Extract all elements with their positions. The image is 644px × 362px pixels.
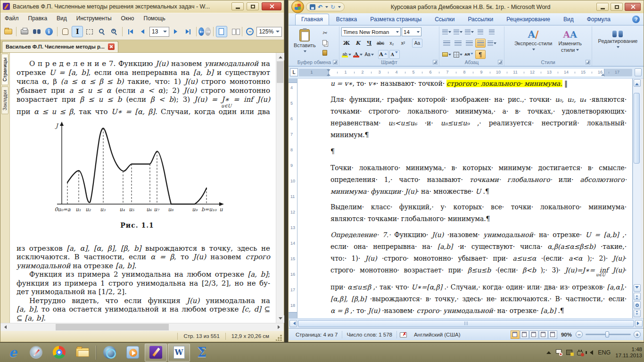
word-scroll-up-icon[interactable] xyxy=(634,79,641,87)
office-button[interactable] xyxy=(291,0,304,13)
ribbon-tab-формула[interactable]: Формула xyxy=(581,14,617,25)
paragraph-dialog-launcher[interactable] xyxy=(498,60,503,65)
file-explorer-taskbar-button[interactable] xyxy=(71,344,93,362)
print-button[interactable] xyxy=(19,26,30,37)
scroll-up-icon[interactable] xyxy=(276,53,284,60)
info-button[interactable]: i xyxy=(43,26,55,37)
font-dialog-launcher[interactable] xyxy=(433,60,438,65)
superscript-button[interactable]: x² xyxy=(398,39,408,48)
ribbon-tab-рассылки[interactable]: Рассылки xyxy=(462,14,499,25)
change-case-button[interactable]: Aa xyxy=(364,50,374,59)
first-page-button[interactable] xyxy=(125,26,136,37)
word-horizontal-scrollbar[interactable] xyxy=(289,318,644,328)
save-icon[interactable] xyxy=(310,4,315,10)
bullets-button[interactable] xyxy=(441,27,452,36)
shading-button[interactable] xyxy=(441,50,452,59)
power-status-icon[interactable] xyxy=(577,351,583,355)
italic-button[interactable]: K xyxy=(353,39,363,48)
redo-icon[interactable]: ↻ xyxy=(330,4,335,10)
ribbon-tab-главная[interactable]: Главная xyxy=(295,14,329,25)
help-icon[interactable]: ? xyxy=(632,16,640,23)
zoom-in-tool-button[interactable] xyxy=(108,26,120,37)
zoom-level-indicator[interactable]: 90% xyxy=(557,332,576,337)
document-tab[interactable]: Васильев Ф.П. Численные методы р... xyxy=(2,41,118,52)
action-center-icon[interactable] xyxy=(556,349,561,355)
format-painter-button[interactable] xyxy=(320,48,330,57)
word-count-indicator[interactable]: Число слов: 1 578 xyxy=(342,331,397,338)
page-number-input[interactable]: 13 xyxy=(149,27,169,37)
justify-button[interactable] xyxy=(475,39,486,48)
language-indicator[interactable]: Английский (США) xyxy=(410,331,465,338)
ribbon-tab-вставка[interactable]: Вставка xyxy=(330,14,363,25)
network-status-icon[interactable] xyxy=(566,350,572,355)
undo-icon[interactable]: ↶ xyxy=(318,4,322,10)
multilevel-list-button[interactable] xyxy=(464,27,474,36)
styles-dialog-launcher[interactable] xyxy=(586,60,590,65)
show-formatting-marks-button[interactable]: ¶ xyxy=(475,50,486,59)
increase-indent-button[interactable] xyxy=(487,27,497,36)
zoom-level-input[interactable]: 125% xyxy=(256,27,282,37)
ribbon-tab-разметка-страницы[interactable]: Разметка страницы xyxy=(364,14,428,25)
resize-grip[interactable] xyxy=(276,334,282,341)
page-count-indicator[interactable]: Страница: 4 из 7 xyxy=(291,331,342,338)
spellcheck-icon[interactable] xyxy=(400,332,407,337)
word-maximize-button[interactable] xyxy=(611,3,623,11)
grow-font-button[interactable]: А xyxy=(378,50,388,59)
word-scroll-left-icon[interactable] xyxy=(289,320,297,327)
fullscreen-reading-view-button[interactable] xyxy=(520,330,529,339)
zoom-out-button[interactable]: − xyxy=(244,26,256,37)
previous-page-button[interactable] xyxy=(137,26,149,37)
media-app-taskbar-button[interactable] xyxy=(99,344,121,362)
menu-item-вид[interactable]: Вид xyxy=(57,15,67,22)
ribbon-tab-рецензирование[interactable]: Рецензирование xyxy=(500,14,556,25)
word-titlebar[interactable]: ↶ ↻ Курсовая работа Дембовская Н.В. 5к. … xyxy=(289,0,644,13)
tab-close-icon[interactable] xyxy=(108,43,115,50)
shrink-font-button[interactable]: А xyxy=(389,50,400,59)
sort-button[interactable]: АЯ xyxy=(464,50,474,59)
align-right-button[interactable] xyxy=(464,39,474,48)
next-page-browse-button[interactable] xyxy=(634,310,641,317)
ribbon-tab-вид[interactable]: Вид xyxy=(557,14,580,25)
change-styles-button[interactable]: AA Изменить стили xyxy=(556,27,584,55)
draft-view-button[interactable] xyxy=(548,330,557,339)
zoom-in-icon[interactable]: + xyxy=(634,331,641,338)
undo-dropdown-icon[interactable] xyxy=(325,6,328,9)
djvu-vertical-scrollbar[interactable] xyxy=(276,53,284,323)
right-indent-marker[interactable] xyxy=(601,72,605,76)
subscript-button[interactable]: x₂ xyxy=(387,39,397,48)
mathtype-taskbar-button[interactable]: Σ xyxy=(191,344,213,362)
align-center-button[interactable] xyxy=(453,39,463,48)
word-scroll-right-icon[interactable] xyxy=(635,320,643,327)
decrease-indent-button[interactable] xyxy=(475,27,486,36)
djvu-minimize-button[interactable] xyxy=(231,2,244,10)
internet-explorer-taskbar-button[interactable]: e xyxy=(2,344,24,362)
single-page-layout-button[interactable] xyxy=(216,26,227,37)
forward-button[interactable]: → xyxy=(205,27,211,36)
menu-item-помощь[interactable]: Помощь xyxy=(144,15,165,22)
scroll-right-icon[interactable] xyxy=(276,323,284,331)
text-select-tool-button[interactable]: I xyxy=(72,26,83,37)
select-browse-object-button[interactable] xyxy=(634,301,641,309)
ribbon-tab-ссылки[interactable]: Ссылки xyxy=(429,14,461,25)
djvu-close-button[interactable] xyxy=(262,2,281,10)
word-taskbar-button[interactable]: W xyxy=(168,344,190,362)
menu-item-окно[interactable]: Окно xyxy=(121,15,134,22)
rect-select-tool-button[interactable] xyxy=(84,26,95,37)
last-page-button[interactable] xyxy=(182,26,194,37)
scroll-down-icon[interactable] xyxy=(276,315,284,323)
ruler-toggle-button[interactable] xyxy=(635,68,642,76)
chrome-taskbar-button[interactable] xyxy=(48,344,70,362)
search-button[interactable] xyxy=(31,26,42,37)
djvu-titlebar[interactable]: Васильев Ф.П. Численные методы решения э… xyxy=(0,0,284,13)
horizontal-ruler[interactable]: 211234567891011121314151617 xyxy=(299,69,632,76)
font-name-select[interactable]: Times New Roman xyxy=(341,27,401,36)
menu-item-файл[interactable]: Файл xyxy=(5,15,19,22)
quick-styles-button[interactable]: A/ Экспресс-стили xyxy=(512,27,554,54)
web-layout-view-button[interactable] xyxy=(529,330,538,339)
zoom-out-tool-button[interactable] xyxy=(96,26,107,37)
djvu-horizontal-scrollbar[interactable] xyxy=(0,323,284,331)
word-close-button[interactable] xyxy=(625,3,641,11)
word-vertical-scrollbar[interactable] xyxy=(633,79,641,318)
clock[interactable]: 1:48 17.11.2013 xyxy=(615,346,642,359)
left-indent-marker[interactable] xyxy=(327,72,330,76)
